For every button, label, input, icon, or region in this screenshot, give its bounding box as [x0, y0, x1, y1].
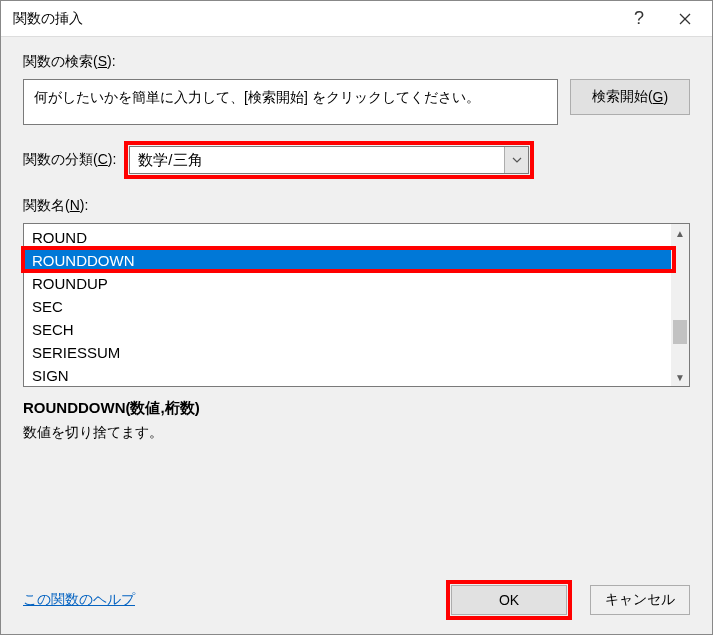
help-link[interactable]: この関数のヘルプ [23, 591, 135, 609]
list-item[interactable]: ROUND [24, 226, 689, 249]
function-name-label: 関数名(N): [23, 197, 690, 215]
search-row: 何がしたいかを簡単に入力して、[検索開始] をクリックしてください。 検索開始(… [23, 79, 690, 125]
close-icon[interactable] [662, 1, 708, 36]
ok-highlight: OK [446, 580, 572, 620]
list-item[interactable]: SEC [24, 295, 689, 318]
category-value: 数学/三角 [138, 151, 202, 170]
search-label: 関数の検索(S): [23, 53, 690, 71]
search-input[interactable]: 何がしたいかを簡単に入力して、[検索開始] をクリックしてください。 [23, 79, 558, 125]
list-item[interactable]: SERIESSUM [24, 341, 689, 364]
dialog-title: 関数の挿入 [13, 10, 616, 28]
scroll-down-icon[interactable]: ▼ [671, 368, 689, 386]
function-listbox[interactable]: ROUNDROUNDDOWNROUNDUPSECSECHSERIESSUMSIG… [23, 223, 690, 387]
function-syntax: ROUNDDOWN(数値,桁数) [23, 399, 690, 418]
cancel-button[interactable]: キャンセル [590, 585, 690, 615]
help-icon[interactable]: ? [616, 1, 662, 36]
search-start-button[interactable]: 検索開始(G) [570, 79, 690, 115]
list-item[interactable]: SIGN [24, 364, 689, 387]
function-description: 数値を切り捨てます。 [23, 424, 690, 442]
scroll-up-icon[interactable]: ▲ [671, 224, 689, 242]
insert-function-dialog: 関数の挿入 ? 関数の検索(S): 何がしたいかを簡単に入力して、[検索開始] … [0, 0, 713, 635]
dialog-footer: この関数のヘルプ OK キャンセル [23, 580, 690, 620]
chevron-down-icon [504, 147, 528, 173]
ok-button[interactable]: OK [451, 585, 567, 615]
list-item[interactable]: ROUNDUP [24, 272, 689, 295]
category-row: 関数の分類(C): 数学/三角 [23, 141, 690, 179]
function-list-wrap: ROUNDROUNDDOWNROUNDUPSECSECHSERIESSUMSIG… [23, 223, 690, 387]
list-item[interactable]: ROUNDDOWN [24, 249, 689, 272]
list-item[interactable]: SECH [24, 318, 689, 341]
dialog-content: 関数の検索(S): 何がしたいかを簡単に入力して、[検索開始] をクリックしてく… [1, 37, 712, 634]
scroll-thumb[interactable] [673, 320, 687, 344]
titlebar: 関数の挿入 ? [1, 1, 712, 37]
scrollbar[interactable]: ▲ ▼ [671, 224, 689, 386]
category-highlight: 数学/三角 [124, 141, 534, 179]
category-label: 関数の分類(C): [23, 151, 116, 169]
category-select[interactable]: 数学/三角 [129, 146, 529, 174]
